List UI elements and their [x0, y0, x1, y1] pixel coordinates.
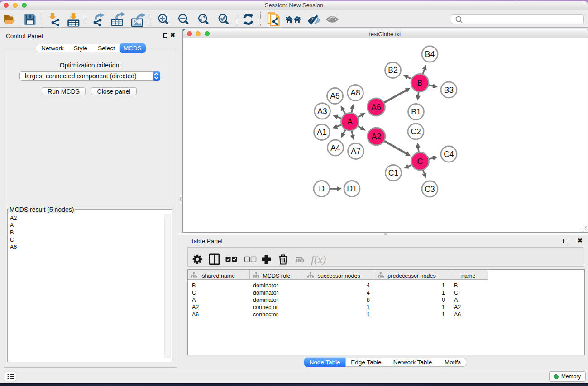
svg-text:B2: B2 [388, 66, 397, 75]
svg-text:A2: A2 [371, 132, 381, 141]
svg-text:C1: C1 [388, 168, 398, 177]
svg-text:A4: A4 [330, 143, 340, 152]
svg-text:A8: A8 [350, 88, 360, 97]
svg-text:A: A [347, 117, 353, 126]
svg-text:B: B [417, 78, 422, 87]
svg-text:A6: A6 [371, 103, 381, 112]
svg-text:f(x): f(x) [311, 253, 326, 265]
svg-text:C2: C2 [411, 127, 421, 136]
svg-text:A3: A3 [317, 107, 327, 116]
svg-text:B4: B4 [425, 50, 435, 59]
svg-text:A1: A1 [317, 128, 326, 137]
svg-text:C4: C4 [444, 150, 454, 159]
svg-text:B3: B3 [444, 86, 453, 95]
svg-text:D: D [319, 184, 325, 193]
svg-text:B1: B1 [411, 107, 421, 116]
svg-text:A5: A5 [330, 91, 339, 100]
svg-text:C: C [417, 157, 423, 166]
svg-text:D1: D1 [347, 184, 357, 193]
svg-text:A7: A7 [351, 147, 360, 156]
svg-text:C3: C3 [425, 185, 435, 194]
